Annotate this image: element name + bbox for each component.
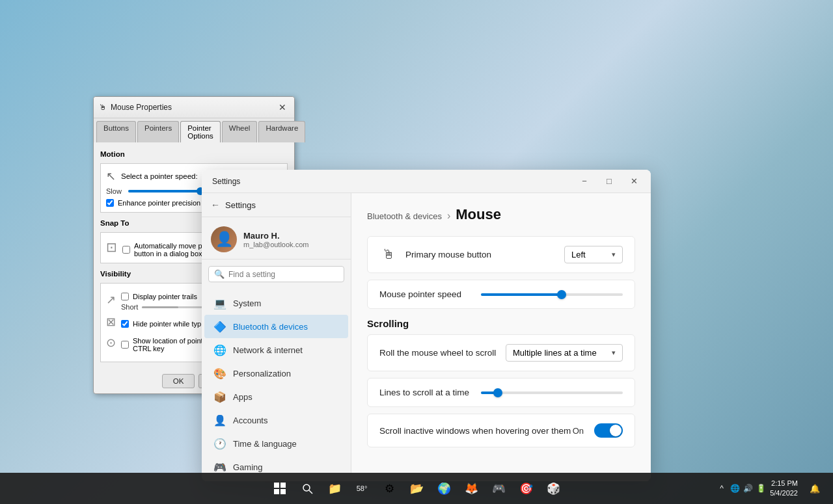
mouse-properties-close-button[interactable]: ✕ — [276, 101, 289, 114]
primary-mouse-button-card: 🖱 Primary mouse button Left ▾ — [367, 236, 635, 273]
minimize-button[interactable]: − — [573, 172, 596, 191]
trails-label: Display pointer trails — [133, 293, 197, 300]
roll-wheel-label: Roll the mouse wheel to scroll — [379, 348, 496, 358]
taskbar-mail-icon[interactable]: 📂 — [403, 475, 430, 501]
sidebar-nav: 💻 System 🔷 Bluetooth & devices 🌐 Network… — [202, 289, 351, 481]
tab-buttons[interactable]: Buttons — [96, 121, 136, 142]
roll-dropdown-arrow-icon: ▾ — [612, 349, 616, 357]
primary-mouse-dropdown[interactable]: Left ▾ — [564, 246, 623, 263]
inactive-scroll-card: Scroll inactive windows when hovering ov… — [367, 414, 635, 447]
close-button[interactable]: ✕ — [622, 172, 646, 191]
roll-wheel-dropdown[interactable]: Multiple lines at a time ▾ — [506, 344, 623, 362]
sidebar-item-accounts[interactable]: 👤 Accounts — [204, 408, 348, 432]
tray-battery-icon[interactable]: 🔋 — [756, 483, 766, 494]
enhance-precision-checkbox[interactable] — [106, 199, 114, 207]
taskbar-pin1-icon[interactable]: 🎯 — [513, 475, 539, 501]
settings-window: Settings − □ ✕ ← Settings 👤 Mauro H. m_l… — [202, 170, 651, 481]
pointer-speed-thumb[interactable] — [557, 290, 566, 299]
system-tray: ^ 🌐 🔊 🔋 — [717, 483, 766, 494]
roll-wheel-value: Multiple lines at a time — [513, 348, 597, 358]
mouse-button-icon: 🖱 — [379, 247, 398, 262]
svg-line-5 — [309, 490, 312, 494]
sidebar-item-personalization[interactable]: 🎨 Personalization — [204, 362, 348, 385]
taskbar-browser-icon[interactable]: 🌍 — [431, 475, 457, 501]
trails-checkbox[interactable] — [121, 293, 129, 300]
settings-main: Bluetooth & devices › Mouse 🖱 Primary mo… — [351, 193, 651, 481]
maximize-button[interactable]: □ — [597, 172, 621, 191]
breadcrumb-row: Bluetooth & devices › Mouse — [367, 206, 635, 223]
search-input[interactable] — [228, 270, 338, 279]
settings-sidebar: ← Settings 👤 Mauro H. m_lab@outlook.com … — [202, 193, 351, 481]
taskbar-search-button[interactable] — [294, 475, 320, 501]
tray-network-icon[interactable]: 🌐 — [730, 483, 740, 494]
taskbar-date-display: 5/4/2022 — [770, 488, 798, 498]
notification-button[interactable]: 🔔 — [802, 475, 828, 501]
svg-rect-2 — [274, 489, 279, 494]
settings-back-button[interactable]: ← Settings — [202, 193, 351, 217]
search-icon: 🔍 — [214, 269, 225, 279]
taskbar-start-button[interactable] — [267, 475, 293, 501]
pointer-speed-icon: ↖ — [106, 169, 116, 183]
taskbar-clock[interactable]: 2:15 PM 5/4/2022 — [770, 479, 798, 499]
hide-typing-checkbox[interactable] — [121, 320, 129, 328]
back-label: Settings — [225, 200, 256, 210]
settings-window-title: Settings — [212, 177, 240, 186]
hide-typing-label: Hide pointer while typing — [133, 320, 211, 328]
time-icon: 🕐 — [213, 437, 226, 450]
lines-scroll-thumb[interactable] — [493, 388, 502, 397]
sidebar-item-time[interactable]: 🕐 Time & language — [204, 432, 348, 455]
sidebar-label-apps: Apps — [233, 392, 253, 402]
settings-body: ← Settings 👤 Mauro H. m_lab@outlook.com … — [202, 193, 651, 481]
user-email: m_lab@outlook.com — [243, 241, 308, 248]
sidebar-label-network: Network & internet — [233, 345, 303, 355]
search-box: 🔍 — [208, 266, 344, 282]
sidebar-label-system: System — [233, 298, 261, 308]
taskbar-game-icon[interactable]: 🎮 — [485, 475, 512, 501]
mp-motion-title: Motion — [100, 150, 288, 158]
tab-hardware[interactable]: Hardware — [258, 121, 305, 142]
back-arrow-icon: ← — [211, 200, 220, 210]
lines-scroll-label: Lines to scroll at a time — [379, 388, 471, 397]
show-location-checkbox[interactable] — [121, 341, 129, 349]
breadcrumb-parent[interactable]: Bluetooth & devices — [367, 211, 442, 221]
ok-button[interactable]: OK — [162, 374, 195, 388]
inactive-toggle[interactable] — [594, 423, 623, 438]
mouse-properties-title: 🖱 Mouse Properties — [99, 103, 172, 112]
mouse-icon: 🖱 — [99, 103, 107, 112]
sidebar-item-system[interactable]: 💻 System — [204, 291, 348, 315]
pointer-speed-slider-track[interactable] — [481, 293, 623, 296]
lines-scroll-slider-track[interactable] — [481, 391, 623, 394]
taskbar-time-display: 2:15 PM — [771, 479, 798, 488]
taskbar-pin2-icon[interactable]: 🎲 — [540, 475, 566, 501]
tab-wheel[interactable]: Wheel — [222, 121, 258, 142]
user-profile[interactable]: 👤 Mauro H. m_lab@outlook.com — [202, 217, 351, 259]
svg-point-4 — [303, 484, 310, 491]
pointer-speed-card: Mouse pointer speed — [367, 280, 635, 309]
mouse-properties-tabs: Buttons Pointers Pointer Options Wheel H… — [94, 118, 294, 142]
user-name: Mauro H. — [243, 231, 308, 241]
tray-chevron-icon[interactable]: ^ — [717, 483, 727, 494]
short-label: Short — [121, 303, 138, 311]
snap-icon: ⊡ — [106, 239, 117, 255]
sidebar-item-apps[interactable]: 📦 Apps — [204, 385, 348, 408]
taskbar-firefox-icon[interactable]: 🦊 — [458, 475, 484, 501]
roll-wheel-left: Roll the mouse wheel to scroll — [379, 348, 496, 358]
toggle-knob — [610, 425, 621, 436]
taskbar-settings-icon[interactable]: ⚙ — [376, 475, 402, 501]
slow-label: Slow — [106, 187, 124, 195]
network-icon: 🌐 — [213, 343, 226, 356]
svg-rect-1 — [280, 483, 286, 488]
breadcrumb-separator: › — [447, 210, 450, 222]
sidebar-item-bluetooth[interactable]: 🔷 Bluetooth & devices — [204, 315, 348, 338]
sidebar-item-network[interactable]: 🌐 Network & internet — [204, 338, 348, 362]
taskbar-file-explorer[interactable]: 📁 — [321, 475, 348, 501]
snap-checkbox[interactable] — [122, 246, 130, 254]
tab-pointer-options[interactable]: Pointer Options — [180, 121, 221, 142]
taskbar-temp-badge: 58° — [349, 475, 375, 501]
personalization-icon: 🎨 — [213, 367, 226, 380]
taskbar-center: 📁 58° ⚙ 📂 🌍 🦊 🎮 🎯 🎲 — [267, 475, 566, 501]
tray-volume-icon[interactable]: 🔊 — [743, 483, 753, 494]
sidebar-label-personalization: Personalization — [233, 369, 291, 378]
tab-pointers[interactable]: Pointers — [137, 121, 179, 142]
breadcrumb-current: Mouse — [456, 206, 501, 223]
